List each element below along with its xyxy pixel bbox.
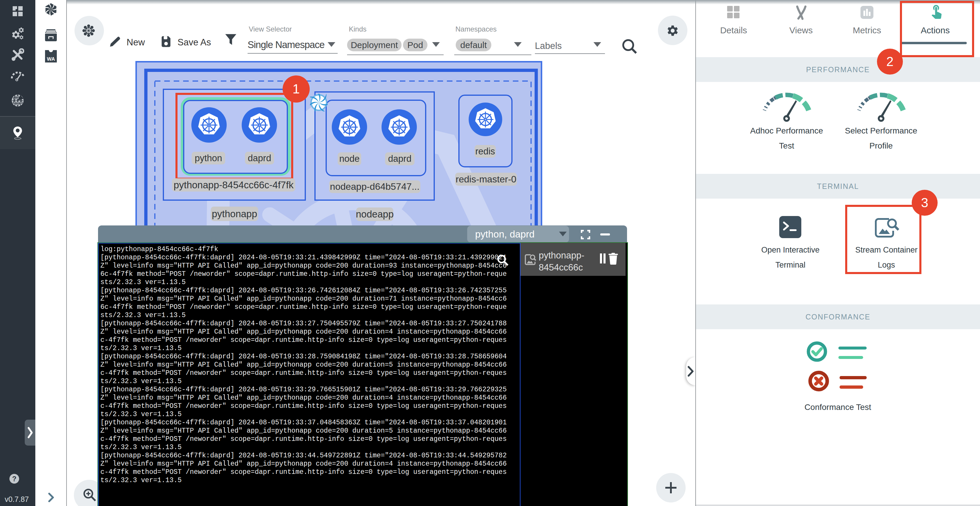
svg-text:WA: WA — [47, 56, 55, 62]
